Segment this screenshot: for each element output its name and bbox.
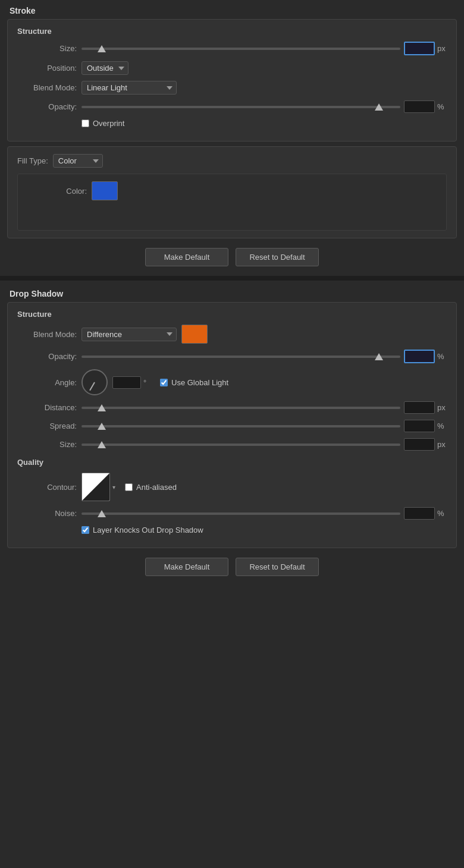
drop-shadow-noise-unit: % [437,509,447,518]
drop-shadow-size-slider-track[interactable] [81,444,400,446]
drop-shadow-noise-label: Noise: [17,509,77,518]
drop-shadow-size-unit: px [437,440,447,449]
drop-shadow-opacity-slider-container: 100 % [81,350,447,363]
use-global-light-row: Use Global Light [160,378,228,387]
stroke-buttons-row: Make Default Reset to Default [0,243,464,273]
stroke-size-label: Size: [17,44,77,53]
drop-shadow-opacity-unit: % [437,352,447,361]
layer-knocks-out-row: Layer Knocks Out Drop Shadow [81,526,447,534]
drop-shadow-color-swatch[interactable] [181,325,208,344]
stroke-fill-type-row: Fill Type: Color Gradient Pattern [17,154,447,168]
drop-shadow-contour-label: Contour: [17,483,77,492]
drop-shadow-angle-dial[interactable] [81,369,108,395]
drop-shadow-distance-label: Distance: [17,403,77,412]
drop-shadow-angle-input[interactable]: 30 [112,376,141,389]
drop-shadow-noise-slider-thumb[interactable] [98,510,106,517]
drop-shadow-opacity-slider-thumb[interactable] [375,353,383,360]
drop-shadow-blend-mode-label: Blend Mode: [17,330,77,339]
drop-shadow-noise-input[interactable]: 0 [404,507,435,520]
stroke-structure-panel: Structure Size: 2 px Position: Outside I… [7,19,457,141]
stroke-position-row: Position: Outside Inside Center [17,61,447,75]
stroke-position-select[interactable]: Outside Inside Center [81,61,128,75]
stroke-blend-mode-select[interactable]: Normal Dissolve Darken Multiply Color Bu… [81,81,177,95]
drop-shadow-section: Drop Shadow Structure Blend Mode: Normal… [0,283,464,583]
svg-marker-0 [82,473,110,501]
drop-shadow-noise-slider-container: 0 % [81,507,447,520]
stroke-opacity-row: Opacity: 100 % [17,100,447,113]
drop-shadow-distance-unit: px [437,403,447,412]
stroke-size-slider-container: 2 px [81,42,447,55]
drop-shadow-buttons-row: Make Default Reset to Default [0,553,464,583]
anti-aliased-label: Anti-aliased [136,483,177,492]
stroke-color-label: Color: [27,187,87,196]
drop-shadow-structure-panel: Structure Blend Mode: Normal Dissolve Da… [7,302,457,548]
use-global-light-label: Use Global Light [171,378,228,387]
stroke-position-label: Position: [17,64,77,73]
drop-shadow-angle-label: Angle: [17,378,77,387]
anti-aliased-checkbox[interactable] [125,483,133,491]
drop-shadow-size-input[interactable]: 0 [404,438,435,451]
drop-shadow-blend-mode-select[interactable]: Normal Dissolve Darken Multiply Color Bu… [81,328,177,341]
drop-shadow-distance-slider-thumb[interactable] [98,404,106,411]
drop-shadow-spread-unit: % [437,422,447,430]
use-global-light-checkbox[interactable] [160,379,168,386]
drop-shadow-spread-row: Spread: 0 % [17,420,447,432]
stroke-fill-type-label: Fill Type: [17,156,48,165]
contour-wrapper: ▾ [81,473,115,501]
drop-shadow-opacity-label: Opacity: [17,352,77,361]
layer-knocks-out-checkbox[interactable] [81,526,89,534]
drop-shadow-spread-label: Spread: [17,422,77,430]
stroke-blend-mode-row: Blend Mode: Normal Dissolve Darken Multi… [17,81,447,95]
drop-shadow-noise-row: Noise: 0 % [17,507,447,520]
drop-shadow-structure-header: Structure [17,310,447,319]
drop-shadow-angle-unit: ° [143,378,153,387]
drop-shadow-opacity-row: Opacity: 100 % [17,350,447,363]
stroke-overprint-row: Overprint [81,119,447,128]
drop-shadow-spread-input[interactable]: 0 [404,420,435,432]
stroke-size-unit: px [437,44,447,53]
drop-shadow-title: Drop Shadow [0,283,464,302]
stroke-structure-header: Structure [17,27,447,36]
drop-shadow-spread-slider-container: 0 % [81,420,447,432]
drop-shadow-blend-mode-row: Blend Mode: Normal Dissolve Darken Multi… [17,325,447,344]
dial-indicator [89,382,95,391]
stroke-reset-to-default-button[interactable]: Reset to Default [236,248,319,266]
stroke-size-row: Size: 2 px [17,42,447,55]
drop-shadow-contour-row: Contour: ▾ Anti-aliased [17,473,447,501]
drop-shadow-angle-row: Angle: 30 ° Use Global Light [17,369,447,395]
drop-shadow-make-default-button[interactable]: Make Default [145,558,228,576]
drop-shadow-distance-input[interactable]: 5 [404,401,435,414]
drop-shadow-size-slider-container: 0 px [81,438,447,451]
stroke-opacity-slider-track[interactable] [81,106,400,108]
stroke-size-input[interactable]: 2 [404,42,435,55]
drop-shadow-opacity-input[interactable]: 100 [404,350,435,363]
contour-preview[interactable] [81,473,110,501]
drop-shadow-reset-to-default-button[interactable]: Reset to Default [236,558,319,576]
stroke-color-row: Color: [27,181,437,200]
drop-shadow-opacity-slider-track[interactable] [81,356,400,358]
stroke-opacity-input[interactable]: 100 [404,100,435,113]
drop-shadow-size-slider-thumb[interactable] [98,441,106,448]
stroke-color-swatch[interactable] [92,181,118,200]
contour-dropdown-arrow-icon[interactable]: ▾ [112,484,115,490]
stroke-opacity-unit: % [437,102,447,111]
stroke-overprint-label: Overprint [93,119,124,128]
drop-shadow-spread-slider-track[interactable] [81,425,400,427]
drop-shadow-size-row: Size: 0 px [17,438,447,451]
stroke-title: Stroke [0,0,464,19]
drop-shadow-noise-slider-track[interactable] [81,512,400,515]
stroke-size-slider-track[interactable] [81,48,400,50]
stroke-make-default-button[interactable]: Make Default [145,248,228,266]
stroke-size-slider-thumb[interactable] [98,45,106,52]
stroke-fill-type-select[interactable]: Color Gradient Pattern [53,154,103,168]
drop-shadow-spread-slider-thumb[interactable] [98,423,106,430]
stroke-opacity-label: Opacity: [17,102,77,111]
drop-shadow-distance-slider-track[interactable] [81,407,400,409]
stroke-overprint-checkbox[interactable] [81,119,89,127]
stroke-fill-area: Color: [17,174,447,231]
section-separator [0,276,464,281]
stroke-opacity-slider-container: 100 % [81,100,447,113]
drop-shadow-size-label: Size: [17,440,77,449]
stroke-opacity-slider-thumb[interactable] [375,103,383,111]
stroke-fill-type-panel: Fill Type: Color Gradient Pattern Color: [7,146,457,238]
